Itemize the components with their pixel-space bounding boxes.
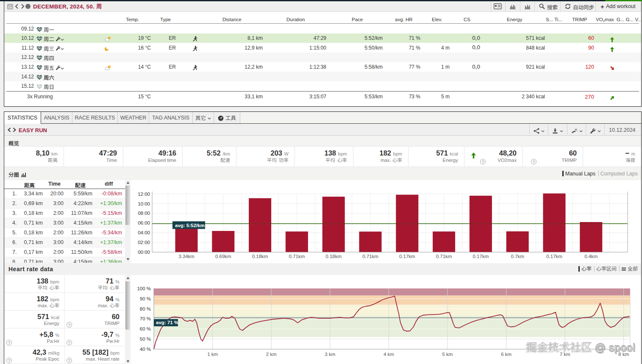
svg-text:5 km: 5 km (442, 352, 453, 357)
svg-text:90 %: 90 % (140, 296, 151, 301)
svg-text:avg: 71 %: avg: 71 % (156, 320, 178, 325)
svg-text:0.17km: 0.17km (546, 254, 562, 259)
svg-text:12:00: 12:00 (138, 192, 150, 197)
svg-text:04:00: 04:00 (138, 230, 150, 235)
svg-text:100 %: 100 % (137, 286, 151, 291)
svg-text:08:00: 08:00 (138, 211, 150, 216)
svg-text:02:00: 02:00 (138, 240, 150, 245)
svg-text:50 %: 50 % (140, 336, 151, 342)
svg-text:2 km: 2 km (266, 352, 277, 357)
svg-text:0.18km: 0.18km (252, 254, 268, 259)
svg-text:60 %: 60 % (140, 326, 151, 331)
svg-text:0.18km: 0.18km (325, 254, 342, 259)
svg-text:70 %: 70 % (140, 316, 151, 321)
svg-text:06:00: 06:00 (138, 220, 150, 225)
svg-text:0.7km: 0.7km (511, 254, 524, 259)
svg-text:10:00: 10:00 (138, 201, 150, 206)
svg-text:0.69km: 0.69km (215, 254, 231, 259)
svg-text:0.17km: 0.17km (473, 254, 489, 259)
svg-text:0.71km: 0.71km (362, 254, 378, 259)
svg-text:0.4km: 0.4km (584, 254, 598, 259)
svg-text:3 km: 3 km (325, 352, 335, 357)
svg-text:80 %: 80 % (140, 306, 151, 311)
svg-text:4 km: 4 km (384, 352, 394, 357)
svg-text:6 km: 6 km (501, 352, 511, 357)
svg-text:00:00: 00:00 (138, 250, 150, 255)
svg-text:3.34km: 3.34km (178, 254, 195, 259)
svg-text:avg: 5:52/km: avg: 5:52/km (175, 223, 205, 228)
svg-text:0.71km: 0.71km (436, 254, 452, 259)
svg-text:0.71km: 0.71km (289, 254, 305, 259)
svg-text:1 km: 1 km (207, 352, 218, 357)
svg-text:40 %: 40 % (140, 347, 151, 352)
svg-text:0.17km: 0.17km (399, 254, 415, 259)
